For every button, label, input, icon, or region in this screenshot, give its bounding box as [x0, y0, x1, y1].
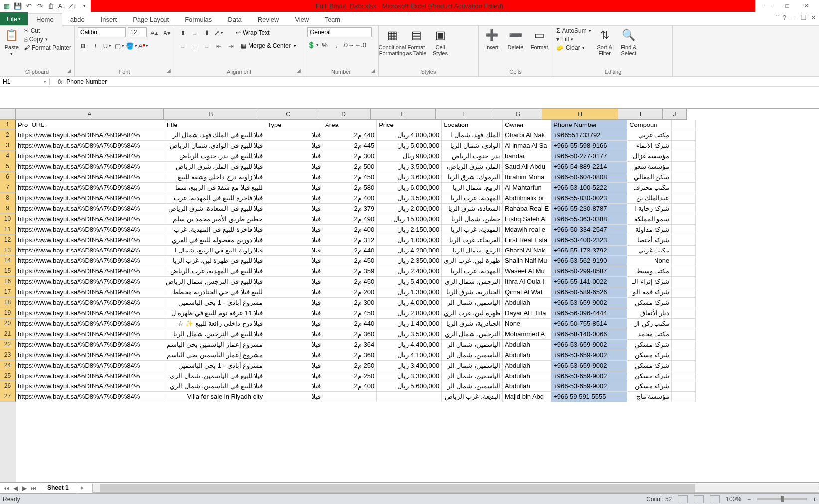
cell[interactable]	[672, 193, 696, 203]
cell[interactable]	[672, 203, 696, 214]
tab-insert[interactable]: Insert	[93, 14, 125, 25]
cell[interactable]: Qimat Al Wat	[503, 287, 551, 297]
cell[interactable]: 250 م2	[323, 360, 377, 371]
cell[interactable]: ظهرة لبن، غرب الري	[442, 308, 503, 318]
cell[interactable]: https://www.bayut.sa/%D8%A7%D9%84%	[16, 360, 164, 371]
cell[interactable]: +966-50-589-6526	[551, 287, 627, 297]
tab-abdo[interactable]: abdo	[62, 14, 93, 25]
fill-color-button[interactable]: 🪣	[126, 40, 137, 51]
cell[interactable]: المهدية، غرب الريا	[442, 224, 503, 235]
cut-button[interactable]: ✂Cut	[24, 27, 71, 34]
row-header-21[interactable]: 21	[0, 329, 16, 339]
cell[interactable]: مؤسسة ماج	[627, 391, 672, 402]
repeat-icon[interactable]: 🗑	[47, 2, 55, 10]
cell-styles-button[interactable]: ▣Cell Styles	[430, 27, 451, 56]
cell[interactable]: None	[503, 318, 551, 329]
cell[interactable]: فيلا درج داخلي رائعة للبيع ✨ ☆	[164, 318, 265, 329]
cell[interactable]: فيلا	[265, 172, 323, 182]
cell[interactable]: فيلا للبيع في النرجس, شمال الرياض	[164, 276, 265, 287]
cell[interactable]: 450 م2	[323, 308, 377, 318]
row-header-11[interactable]: 11	[0, 224, 16, 235]
cell[interactable]: فيلا للبيع في الياسمين، شمال الري	[164, 381, 265, 391]
cell[interactable]: +966-55-830-0023	[551, 193, 627, 203]
cells-area[interactable]: Pro_URLTitleTypeAreaPriceLocationOwnerPh…	[16, 120, 696, 482]
cell[interactable]: النرجس، شمال الري	[442, 276, 503, 287]
col-header-H[interactable]: H	[542, 109, 618, 120]
cell[interactable]: 4,000,000 ريال	[377, 297, 442, 308]
col-header-D[interactable]: D	[317, 109, 371, 120]
cell[interactable]: Area	[323, 120, 377, 130]
col-header-C[interactable]: C	[259, 109, 317, 120]
help-icon[interactable]: ?	[783, 14, 786, 21]
undo-icon[interactable]: ↶	[25, 2, 33, 10]
cell[interactable]: +966-53-100-5222	[551, 182, 627, 193]
cell[interactable]: +966 59 591 5555	[551, 391, 627, 402]
cell[interactable]: بدر، جنوب الرياض	[442, 151, 503, 161]
cell[interactable]: +966-58-140-0066	[551, 329, 627, 339]
col-header-I[interactable]: I	[618, 109, 663, 120]
cell[interactable]: الياسمين، شمال الر	[442, 371, 503, 381]
cell[interactable]: +966-55-230-8787	[551, 203, 627, 214]
align-bottom-icon[interactable]: ⬇	[201, 27, 212, 38]
cell[interactable]: https://www.bayut.sa/%D8%A7%D9%84%	[16, 151, 164, 161]
cell[interactable]: مشروع أبادي - 1 بحي الياسمين	[164, 360, 265, 371]
cell[interactable]: https://www.bayut.sa/%D8%A7%D9%84%	[16, 255, 164, 266]
cell[interactable]	[672, 276, 696, 287]
cell[interactable]	[672, 151, 696, 161]
cell[interactable]: فيلا زاوية للبيع في الربيع، شمال ا	[164, 245, 265, 255]
cell[interactable]: فيلا للبيع في الوادي، شمال الرياض	[164, 140, 265, 151]
cell[interactable]: فيلا فاخرة للبيع في المهدية، غرب	[164, 193, 265, 203]
cell[interactable]: +966-55-141-0022	[551, 276, 627, 287]
autosum-button[interactable]: ΣAutoSum▾	[556, 27, 591, 34]
workbook-minimize-icon[interactable]: —	[790, 14, 797, 21]
cell[interactable]: 4,400,000 ريال	[377, 339, 442, 350]
cell[interactable]: الياسمين، شمال الر	[442, 350, 503, 360]
cell[interactable]	[323, 391, 377, 402]
cell[interactable]: Saud Ali Abdu	[503, 161, 551, 172]
cell[interactable]: شركة مسكن	[627, 360, 672, 371]
cell[interactable]: 250 م2	[323, 371, 377, 381]
cell[interactable]: الوادي، شمال الريا	[442, 140, 503, 151]
cell[interactable]: https://www.bayut.sa/%D8%A7%D9%84%	[16, 350, 164, 360]
cell[interactable]: 4,100,000 ريال	[377, 350, 442, 360]
cell[interactable]: مكتب وسيط	[627, 266, 672, 276]
cell[interactable]: 2,000,000 ريال	[377, 203, 442, 214]
cell[interactable]: https://www.bayut.sa/%D8%A7%D9%84%	[16, 287, 164, 297]
cell[interactable]: السعادة، شرق الريا	[442, 203, 503, 214]
maximize-button[interactable]: □	[778, 1, 796, 11]
cell[interactable]: 440 م2	[323, 318, 377, 329]
view-normal-icon[interactable]	[678, 495, 688, 503]
cell[interactable]: https://www.bayut.sa/%D8%A7%D9%84%	[16, 224, 164, 235]
cell[interactable]: فيلا	[265, 235, 323, 245]
cell[interactable]: فيلا للبيع في ظهرة لبن، غرب الريا	[164, 255, 265, 266]
cell[interactable]: فيلا	[265, 297, 323, 308]
cell[interactable]: 5,000,000 ريال	[377, 140, 442, 151]
cell[interactable]: فيلا للبيع في السعادة, شرق الرياض	[164, 203, 265, 214]
fill-button[interactable]: ▾Fill▾	[556, 36, 591, 43]
cell[interactable]: None	[627, 255, 672, 266]
cell[interactable]: شركة رحابة ا	[627, 203, 672, 214]
cell[interactable]: 440 م2	[323, 245, 377, 255]
cell[interactable]: فيلا	[265, 308, 323, 318]
cell[interactable]: 360 م2	[323, 329, 377, 339]
sort-desc-icon[interactable]: Z↓	[69, 2, 77, 10]
cell[interactable]: 400 م2	[323, 381, 377, 391]
cell[interactable]: Compoun	[627, 120, 672, 130]
cell[interactable]: +966-54-889-2214	[551, 161, 627, 172]
cell[interactable]: الربيع، شمال الريا	[442, 182, 503, 193]
find-select-button[interactable]: 🔍Find & Select	[618, 27, 639, 56]
cell[interactable]: Rahaba Real E	[503, 203, 551, 214]
cell[interactable]: https://www.bayut.sa/%D8%A7%D9%84%	[16, 203, 164, 214]
cell[interactable]: فيلا 11 غرفة نوم للبيع في ظهرة ل	[164, 308, 265, 318]
cell[interactable]: ديار الأتفاق	[627, 308, 672, 318]
cell[interactable]: https://www.bayut.sa/%D8%A7%D9%84%	[16, 339, 164, 350]
cell[interactable]: مؤسسة غزال	[627, 151, 672, 161]
cell[interactable]: الربيع، شمال الريا	[442, 245, 503, 255]
increase-decimal-icon[interactable]: .0→	[343, 39, 354, 50]
cell[interactable]: https://www.bayut.sa/%D8%A7%D9%84%	[16, 297, 164, 308]
cell[interactable]	[672, 182, 696, 193]
cell[interactable]: +966-55-173-3792	[551, 245, 627, 255]
row-header-25[interactable]: 25	[0, 371, 16, 381]
cell[interactable]: 359 م2	[323, 266, 377, 276]
fx-icon[interactable]: fx	[58, 78, 62, 85]
